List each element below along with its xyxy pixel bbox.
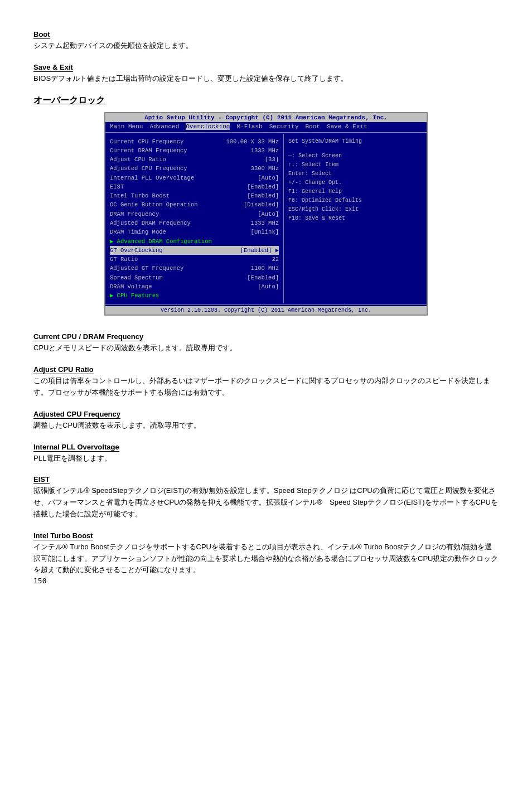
bios-row-gt-ratio: GT Ratio 22: [110, 255, 279, 264]
bios-menu-bar: Main Menu Advanced Overclocking M-Flash …: [105, 122, 427, 131]
intel-turbo-boost-desc: インテル® Turbo BoostテクノロジをサポートするCPUを装着するとこの…: [33, 541, 499, 576]
bios-row-gt-freq: Adjusted GT Frequency 1100 MHz: [110, 264, 279, 273]
bios-row-dram-voltage: DRAM Voltage [Auto]: [110, 282, 279, 291]
internal-pll-section: Internal PLL Overvoltage PLL電圧を調整します。: [33, 435, 499, 465]
bios-row-gt-oc[interactable]: GT OverClocking [Enabled] ▶: [110, 246, 279, 255]
intel-turbo-boost-section: Intel Turbo Boost インテル® Turbo Boostテクノロジ…: [33, 524, 499, 576]
bios-help-text: Set System/DRAM Timing: [288, 137, 408, 146]
bios-keys: ↔: Select Screen ↑↓: Select Item Enter: …: [288, 152, 408, 223]
bios-row-dram-freq: Current DRAM Frequency 1333 MHz: [110, 146, 279, 155]
adjusted-cpu-freq-section: Adjusted CPU Frequency 調整したCPU周波数を表示します。…: [33, 402, 499, 432]
bios-menu-advanced[interactable]: Advanced: [149, 123, 179, 130]
bios-row-oc-genie: OC Genie Button Operation [Disabled]: [110, 200, 279, 209]
page-number: 150: [33, 577, 46, 585]
adjust-cpu-ratio-title: Adjust CPU Ratio: [33, 365, 94, 374]
bios-screenshot: Aptio Setup Utility - Copyright (C) 2011…: [104, 112, 428, 316]
bios-divider-bottom: [105, 304, 427, 305]
bios-row-dram-timing: DRAM Timing Mode [Unlink]: [110, 228, 279, 236]
eist-section: EIST 拡張版インテル® SpeedStepテクノロジ(EIST)の有効/無効…: [33, 467, 499, 520]
oc-title: オーバークロック: [33, 95, 499, 107]
adjusted-cpu-freq-desc: 調整したCPU周波数を表示します。読取専用です。: [33, 420, 499, 432]
bios-right-panel: Set System/DRAM Timing ↔: Select Screen …: [284, 134, 412, 304]
eist-title: EIST: [33, 475, 50, 484]
save-exit-title: Save & Exit: [33, 63, 73, 72]
cpu-dram-freq-section: Current CPU / DRAM Frequency CPUとメモリスピード…: [33, 325, 499, 354]
boot-desc: システム起動デバイスの優先順位を設定します。: [33, 40, 499, 52]
bios-row-dram-frequency: DRAM Frequency [Auto]: [110, 210, 279, 219]
internal-pll-title: Internal PLL Overvoltage: [33, 443, 119, 452]
bios-body: Current CPU Frequency 100.00 X 33 MHz Cu…: [105, 134, 427, 304]
bios-menu-boot[interactable]: Boot: [305, 123, 320, 130]
bios-title-bar: Aptio Setup Utility - Copyright (C) 2011…: [105, 113, 427, 122]
bios-row-spread-spectrum: Spread Spectrum [Enabled]: [110, 273, 279, 282]
bios-row-pll: Internal PLL Overvoltage [Auto]: [110, 173, 279, 182]
bios-left-panel: Current CPU Frequency 100.00 X 33 MHz Cu…: [105, 134, 284, 304]
boot-title: Boot: [33, 30, 50, 39]
adjusted-cpu-freq-title: Adjusted CPU Frequency: [33, 410, 120, 419]
save-exit-desc: BIOSデフォルト値または工場出荷時の設定をロードし、変更した設定値を保存して終…: [33, 73, 499, 85]
bios-menu-overclocking[interactable]: Overclocking: [186, 123, 230, 130]
cpu-dram-freq-desc: CPUとメモリスピードの周波数を表示します。読取専用です。: [33, 342, 499, 354]
bios-row-cpu-freq: Current CPU Frequency 100.00 X 33 MHz: [110, 137, 279, 146]
bios-menu-security[interactable]: Security: [269, 123, 299, 130]
bios-row-eist: EIST [Enabled]: [110, 182, 279, 191]
eist-desc: 拡張版インテル® SpeedStepテクノロジ(EIST)の有効/無効を設定しま…: [33, 485, 499, 520]
intel-turbo-boost-title: Intel Turbo Boost: [33, 531, 93, 540]
bios-menu-main[interactable]: Main Menu: [110, 123, 143, 130]
bios-row-turbo: Intel Turbo Boost [Enabled]: [110, 191, 279, 200]
save-exit-section: Save & Exit BIOSデフォルト値または工場出荷時の設定をロードし、変…: [33, 55, 499, 85]
internal-pll-desc: PLL電圧を調整します。: [33, 453, 499, 465]
boot-section: Boot システム起動デバイスの優先順位を設定します。: [33, 22, 499, 52]
bios-row-adj-cpu-freq: Adjusted CPU Frequency 3300 MHz: [110, 164, 279, 173]
adjust-cpu-ratio-desc: この項目は倍率をコントロールし、外部あるいはマザーボードのクロックスピードに関す…: [33, 375, 499, 399]
cpu-dram-freq-title: Current CPU / DRAM Frequency: [33, 332, 143, 341]
bios-menu-mflash[interactable]: M-Flash: [236, 123, 262, 130]
bios-row-adj-dram-freq: Adjusted DRAM Frequency 1333 MHz: [110, 219, 279, 228]
bios-row-cpu-features[interactable]: ▶ CPU Features: [110, 291, 279, 300]
adjust-cpu-ratio-section: Adjust CPU Ratio この項目は倍率をコントロールし、外部あるいはマ…: [33, 357, 499, 399]
bios-divider-top: [105, 132, 427, 133]
bios-footer: Version 2.10.1208. Copyright (C) 2011 Am…: [105, 306, 427, 315]
bios-row-adv-dram[interactable]: ▶ Advanced DRAM Configuration: [110, 237, 279, 246]
bios-row-cpu-ratio: Adjust CPU Ratio [33]: [110, 155, 279, 164]
bios-menu-save-exit[interactable]: Save & Exit: [327, 123, 367, 130]
